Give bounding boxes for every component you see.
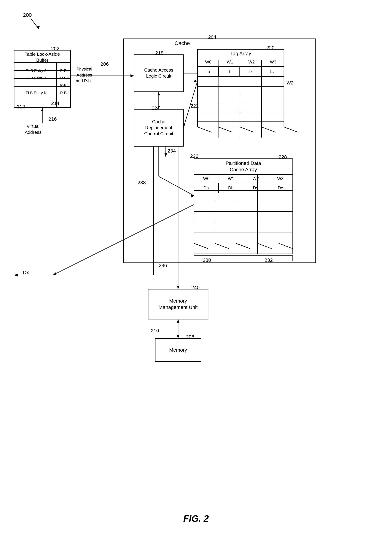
svg-line-24: [240, 127, 254, 132]
tlb-pbit-1: P-Bit: [58, 74, 70, 82]
pdc-w3: W3: [273, 176, 288, 181]
tlb-row-0: TLB Entry 0 P-Bit: [14, 67, 70, 74]
diagram: 200: [0, 0, 392, 545]
svg-marker-62: [53, 272, 56, 275]
tlb-pbit-0: P-Bit: [58, 67, 70, 74]
tag-w3: W3: [266, 60, 280, 65]
pdc-db: Db: [219, 183, 243, 193]
tlb-dots: ...: [14, 82, 58, 89]
tlb-row-1: TLB Entry 1 P-Bit: [14, 74, 70, 82]
cache-label: Cache: [174, 40, 190, 46]
ref-206: 206: [100, 61, 109, 67]
svg-marker-45: [41, 108, 44, 111]
ref-238: 238: [137, 180, 146, 186]
pdc-header: W0 W1 W2 W3: [194, 175, 293, 182]
svg-marker-1: [37, 26, 40, 29]
tag-w2: W2: [244, 60, 259, 65]
memory-title: Memory: [169, 347, 187, 353]
ref-216: 216: [49, 116, 57, 122]
ref-230: 230: [203, 257, 211, 263]
pdc-da: Da: [194, 183, 219, 193]
pdc-w0: W0: [198, 176, 214, 181]
ref-228: 228: [279, 154, 287, 160]
tlb-entry-1: TLB Entry 1: [14, 74, 58, 82]
svg-marker-71: [177, 286, 179, 289]
cache-replacement-box: CacheReplacementControl Circuit: [134, 109, 183, 146]
pdc-dx: Dx: [243, 183, 268, 193]
ref-208: 208: [186, 334, 194, 340]
svg-marker-47: [131, 74, 134, 77]
cache-access-logic-title: Cache AccessLogic Circuit: [144, 67, 173, 79]
svg-marker-57: [191, 195, 194, 198]
tlb-pbit-dots: P-Bit: [58, 82, 70, 89]
cache-access-logic-box: Cache AccessLogic Circuit: [134, 55, 183, 92]
ref-226: 226: [190, 153, 198, 159]
svg-marker-60: [165, 153, 167, 157]
svg-marker-74: [177, 319, 179, 323]
ref-232: 232: [265, 257, 273, 263]
ref-218: 218: [155, 50, 163, 56]
tag-w1: W1: [223, 60, 237, 65]
tlb-row-n: TLB Entry N P-Bit: [14, 89, 70, 97]
ref-234: 234: [168, 148, 176, 154]
main-ref-200: 200: [23, 12, 32, 18]
ref-210: 210: [151, 328, 159, 334]
svg-line-25: [261, 127, 276, 132]
svg-line-37: [194, 243, 208, 249]
ref-204: 204: [208, 34, 216, 40]
ref-214: 214: [51, 100, 59, 106]
cache-replacement-title: CacheReplacementControl Circuit: [144, 119, 173, 137]
memory-box: Memory: [155, 339, 201, 361]
tag-array-box: Tag Array W0 W1 W2 W3 Ta Tb Tx Tc: [198, 49, 284, 77]
svg-marker-64: [14, 274, 18, 277]
svg-line-26: [284, 127, 298, 132]
svg-marker-73: [177, 335, 179, 339]
tag-data-row: Ta Tb Tx Tc: [198, 66, 284, 77]
tag-array-title: Tag Array: [198, 49, 284, 58]
physical-address-label: PhysicalAddressand P-bit: [76, 66, 93, 84]
svg-line-40: [257, 243, 272, 249]
svg-line-0: [31, 19, 39, 29]
pdc-box: Partitioned DataCache Array W0 W1 W2 W3 …: [194, 159, 293, 193]
dx-label: Dx: [23, 270, 29, 275]
tlb-entry-n: TLB Entry N: [14, 89, 58, 97]
svg-marker-50: [157, 92, 160, 95]
pdc-w2: W2: [248, 176, 264, 181]
mmu-title: MemoryManagement Unit: [159, 298, 198, 311]
ref-222: 222: [190, 103, 199, 109]
tag-tc: Tc: [261, 67, 282, 76]
pdc-w1: W1: [223, 176, 239, 181]
tlb-row-dots: ... P-Bit: [14, 82, 70, 89]
virtual-address-label: VirtualAddress: [25, 124, 41, 136]
tag-ta: Ta: [198, 67, 219, 76]
svg-line-23: [218, 127, 232, 132]
mmu-box: MemoryManagement Unit: [148, 289, 208, 319]
svg-line-61: [53, 204, 194, 275]
fig-label: FIG. 2: [183, 513, 209, 524]
svg-line-22: [198, 127, 212, 132]
ref-240: 240: [191, 285, 200, 290]
svg-line-39: [236, 243, 250, 249]
pdc-title: Partitioned DataCache Array: [194, 159, 293, 174]
ref-202: 202: [51, 46, 59, 51]
ref-212: 212: [17, 104, 25, 110]
tag-array-header: W0 W1 W2 W3: [198, 59, 284, 65]
svg-line-41: [279, 243, 293, 249]
svg-line-38: [215, 243, 229, 249]
svg-line-56: [159, 176, 194, 196]
tag-w2-label: W2: [286, 80, 293, 86]
tag-tb: Tb: [219, 67, 240, 76]
tlb-entry-0: TLB Entry 0: [14, 67, 58, 74]
ref-236: 236: [159, 263, 167, 268]
svg-marker-53: [194, 80, 198, 82]
ref-220: 220: [266, 45, 274, 51]
ref-224: 224: [152, 105, 160, 111]
tag-tx: Tx: [240, 67, 261, 76]
pdc-dc: Dc: [268, 183, 293, 193]
pdc-data-row: Da Db Dx Dc: [194, 183, 293, 193]
tlb-box: Table Look-AsideBuffer TLB Entry 0 P-Bit…: [14, 50, 70, 97]
tlb-title: Table Look-AsideBuffer: [14, 50, 70, 64]
tag-w0: W0: [201, 60, 215, 65]
tlb-pbit-n: P-Bit: [58, 89, 70, 97]
